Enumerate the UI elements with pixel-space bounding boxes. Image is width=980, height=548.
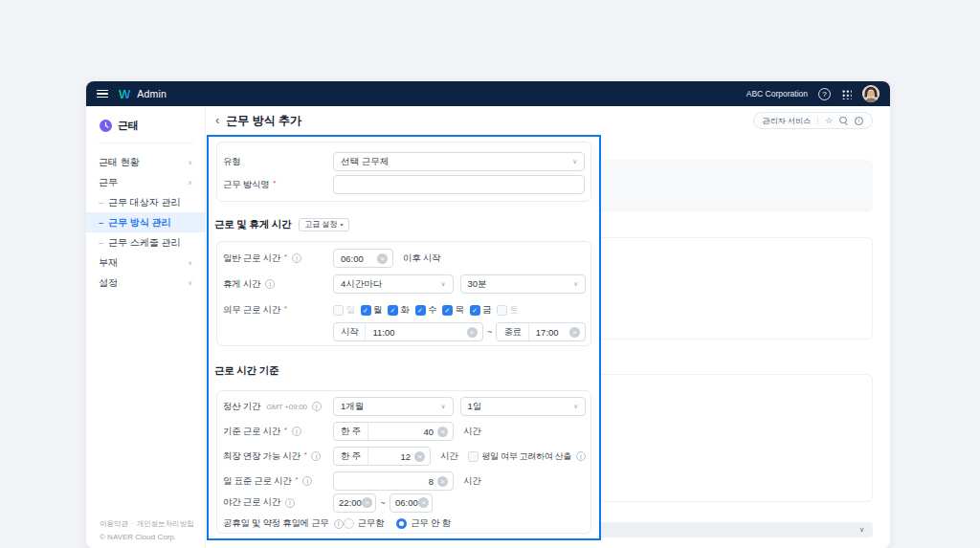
period-start-select[interactable]: 1일∨ [460,397,586,416]
rest-interval-select[interactable]: 4시간마다∨ [333,274,454,294]
sidebar-footer: 이용약관·개인정보처리방침 © NAVER Cloud Corp. [100,519,194,541]
normal-hours-row: 일반 근로 시간*i 06:00 × 이후 시작 [223,249,586,268]
highlight-region: 유형 선택 근무제 ∨ 근무 방식명* 근로 [207,135,601,540]
radio-work[interactable]: 근무함 [344,517,385,530]
page-title: 근무 방식 추가 [226,113,301,129]
terms-link[interactable]: 이용약관 [100,519,128,528]
day-checkbox-sat[interactable]: 토 [497,304,519,317]
admin-service-pill: 관리자 서비스 ☆ i [753,112,873,129]
chevron-down-icon: ∨ [188,259,192,267]
work-rest-panel: 일반 근로 시간*i 06:00 × 이후 시작 휴게 시간i 4시간마다∨ [216,241,591,346]
day-checkbox-sun[interactable]: 일 [333,304,355,317]
admin-service-menu[interactable]: 관리자 서비스 [763,116,811,126]
day-checkbox-fri[interactable]: ✓금 [470,304,492,317]
clear-icon[interactable]: × [569,327,580,338]
daily-standard-row: 일 표준 근로 시간*i 8 × 시간 [223,471,586,491]
clear-icon[interactable]: × [467,327,478,338]
info-icon[interactable]: i [292,253,301,263]
sidebar: 근태 근태 현황∨ 근무∧ 근무 대상자 관리 근무 방식 관리 근무 스케줄 … [86,106,206,548]
avatar-image [862,85,880,102]
name-row: 근무 방식명* [223,175,586,194]
gmt-label: GMT +09:00 [266,403,307,411]
basic-panel: 유형 선택 근무제 ∨ 근무 방식명* [216,142,591,202]
max-overtime-input[interactable]: 한 주 12 × [333,447,431,466]
privacy-link[interactable]: 개인정보처리방침 [137,519,194,528]
duty-end-time-input[interactable]: 종료 17:00 × [496,322,586,341]
radio-no-work[interactable]: 근무 안 함 [396,517,450,530]
avatar[interactable] [862,85,880,102]
duty-start-time-input[interactable]: 시작 11:00 × [333,322,483,341]
sidebar-item-status[interactable]: 근태 현황∨ [86,152,205,172]
back-icon[interactable]: ‹ [215,113,219,127]
info-icon[interactable]: i [292,427,301,436]
tilde-separator: ~ [376,498,390,508]
night-hours-row: 야간 근로 시간i 22:00 × ~ 06:00 × [223,493,586,512]
info-icon[interactable]: i [312,402,322,411]
daily-standard-input[interactable]: 8 × [333,471,454,491]
rest-time-row: 휴게 시간i 4시간마다∨ 30분∨ [223,274,586,294]
info-icon[interactable]: i [576,451,586,461]
radio-selected-icon[interactable] [396,518,407,529]
normal-hours-suffix: 이후 시작 [403,252,440,265]
app-grid-icon[interactable] [841,89,852,99]
info-icon[interactable]: i [302,476,312,486]
settlement-period-row: 정산 기간GMT +09:00i 1개월∨ 1일∨ [223,397,586,416]
hours-unit: 시간 [463,426,480,438]
hours-unit: 시간 [463,475,480,488]
period-unit-select[interactable]: 1개월∨ [333,397,454,416]
hamburger-menu-icon[interactable] [97,90,108,98]
sidebar-item-work-schedule[interactable]: 근무 스케줄 관리 [86,232,205,252]
weekday-consider-option[interactable]: 평일 여부 고려하여 산출 i [468,450,586,463]
day-checkbox-thu[interactable]: ✓목 [442,304,464,317]
type-row: 유형 선택 근무제 ∨ [223,152,586,171]
day-checkbox-tue[interactable]: ✓화 [388,304,410,317]
max-overtime-row: 최장 연장 가능 시간*i 한 주 12 × 시간 평일 여부 고려하여 산출 … [223,447,586,466]
radio-icon[interactable] [344,518,354,529]
section-title: 근로 및 휴게 시간 [214,218,291,231]
sidebar-item-work[interactable]: 근무∧ [86,172,205,192]
clear-icon[interactable]: × [437,427,448,437]
night-to-input[interactable]: 06:00 × [390,493,433,513]
chevron-down-icon: ∨ [572,158,577,165]
info-icon[interactable]: i [855,117,863,125]
standards-panel: 정산 기간GMT +09:00i 1개월∨ 1일∨ 기준 근로 시간*i 한 주… [216,390,591,534]
chevron-down-icon: ∨ [859,526,864,534]
clear-icon[interactable]: × [437,476,448,487]
day-checkbox-wed[interactable]: ✓수 [415,304,437,317]
base-hours-input[interactable]: 한 주 40 × [333,422,454,441]
checkbox-icon[interactable] [468,451,479,462]
chevron-down-icon: ∨ [188,159,192,166]
info-icon[interactable]: i [265,279,275,289]
works-logo-icon[interactable]: W [119,87,130,101]
clear-icon[interactable]: × [418,497,429,508]
info-icon[interactable]: i [311,451,321,461]
company-name[interactable]: ABC Corporation [746,89,808,99]
holiday-work-row: 공휴일 및 약정 휴일에 근무i 근무함 근무 안 함 [223,517,586,530]
search-icon[interactable] [839,117,848,125]
section-title: 근로 시간 기준 [214,364,278,378]
sidebar-item-work-method[interactable]: 근무 방식 관리 [86,212,205,232]
normal-start-time-input[interactable]: 06:00 × [333,249,393,268]
clear-icon[interactable]: × [377,253,388,264]
sidebar-item-absence[interactable]: 부재∨ [86,252,205,273]
info-icon[interactable]: i [285,498,295,508]
clear-icon[interactable]: × [362,497,372,508]
advanced-settings-button[interactable]: 고급 설정 ▾ [299,218,348,231]
day-checkbox-mon[interactable]: ✓월 [361,304,383,317]
rest-duration-select[interactable]: 30분∨ [460,274,586,294]
sidebar-item-work-target[interactable]: 근무 대상자 관리 [86,192,205,212]
name-label: 근무 방식명 [223,179,269,191]
clear-icon[interactable]: × [414,451,425,462]
name-input[interactable] [333,175,585,194]
night-from-input[interactable]: 22:00 × [333,493,376,513]
star-icon[interactable]: ☆ [825,117,833,125]
sidebar-nav: 근태 현황∨ 근무∧ 근무 대상자 관리 근무 방식 관리 근무 스케줄 관리 … [86,143,205,293]
info-icon[interactable]: i [334,519,344,529]
type-select[interactable]: 선택 근무제 ∨ [333,152,585,171]
required-mark: * [273,179,276,188]
help-icon[interactable]: ? [818,88,831,100]
sidebar-item-settings[interactable]: 설정∨ [86,273,205,293]
clock-icon [100,120,112,132]
app-window: W Admin ABC Corporation ? 근태 [86,81,890,548]
dropdown-icon: ▾ [341,221,344,228]
